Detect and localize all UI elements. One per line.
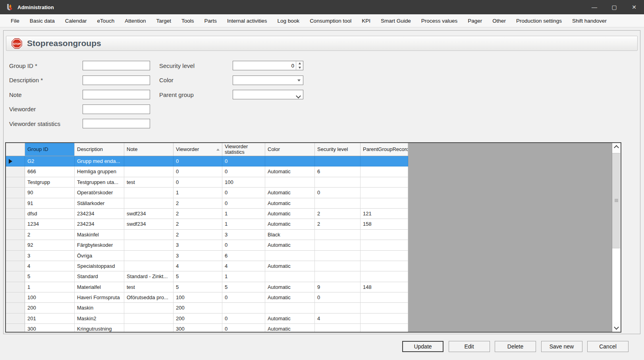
grid-cell[interactable] xyxy=(315,303,361,313)
grid-cell[interactable]: Automatic xyxy=(265,188,315,198)
grid-cell[interactable]: Automatic xyxy=(265,261,315,271)
grid-cell[interactable] xyxy=(124,166,174,177)
menu-item-parts[interactable]: Parts xyxy=(199,18,222,24)
grid-row[interactable]: 91Ställarkoder20Automatic xyxy=(6,198,408,209)
grid-cell[interactable]: Standard xyxy=(75,271,124,282)
input-color[interactable] xyxy=(233,75,303,85)
grid-cell[interactable]: Automatic xyxy=(265,240,315,250)
scroll-up-icon[interactable] xyxy=(612,143,620,152)
grid-row[interactable]: 200Maskin200 xyxy=(6,303,408,313)
grid-cell[interactable]: 4 xyxy=(25,261,75,271)
grid-cell[interactable] xyxy=(222,303,265,313)
grid-row[interactable]: 3Övriga36 xyxy=(6,251,408,261)
grid-cell[interactable]: 0 xyxy=(222,188,265,198)
grid-cell[interactable] xyxy=(361,271,408,282)
grid-cell[interactable]: 5 xyxy=(25,271,75,282)
grid-cell[interactable] xyxy=(265,251,315,261)
grid-cell[interactable]: Automatic xyxy=(265,314,315,324)
grid-cell[interactable]: 2 xyxy=(174,230,222,240)
close-button[interactable]: ✕ xyxy=(624,0,644,14)
column-header-group-id[interactable]: Group ID xyxy=(25,143,75,156)
grid-cell[interactable]: Oförutsedda pro... xyxy=(124,292,174,303)
update-button[interactable]: Update xyxy=(402,341,443,352)
menu-item-production-settings[interactable]: Production settings xyxy=(511,18,567,24)
grid-cell[interactable]: 121 xyxy=(361,209,408,219)
maximize-button[interactable]: ▢ xyxy=(604,0,624,14)
grid-cell[interactable]: 91 xyxy=(25,198,75,209)
grid-cell[interactable]: 0 xyxy=(174,166,222,177)
grid-cell[interactable]: Automatic xyxy=(265,324,315,333)
grid-cell[interactable] xyxy=(315,156,361,166)
grid-cell[interactable]: swdf234 xyxy=(124,209,174,219)
grid-cell[interactable]: 1 xyxy=(222,271,265,282)
grid-cell[interactable]: Maskin xyxy=(75,303,124,313)
row-selector-header[interactable] xyxy=(6,143,25,156)
grid-cell[interactable] xyxy=(315,271,361,282)
row-selector-cell[interactable] xyxy=(6,282,25,292)
grid-cell[interactable]: Kringutrustning xyxy=(75,324,124,333)
grid-cell[interactable]: 2 xyxy=(174,209,222,219)
grid-cell[interactable]: Automatic xyxy=(265,209,315,219)
grid-cell[interactable]: 1 xyxy=(222,209,265,219)
grid-cell[interactable]: 0 xyxy=(222,240,265,250)
grid-cell[interactable]: 2 xyxy=(315,219,361,229)
row-selector-cell[interactable] xyxy=(6,198,25,209)
spin-up-icon[interactable] xyxy=(296,61,303,66)
grid-cell[interactable] xyxy=(124,156,174,166)
grid-cell[interactable]: Automatic xyxy=(265,166,315,177)
input-parent-group[interactable] xyxy=(233,90,303,99)
row-selector-cell[interactable] xyxy=(6,261,25,271)
grid-cell[interactable]: 0 xyxy=(222,292,265,303)
row-selector-cell[interactable] xyxy=(6,188,25,198)
grid-cell[interactable]: Automatic xyxy=(265,219,315,229)
grid-cell[interactable]: 100 xyxy=(222,177,265,188)
grid-cell[interactable] xyxy=(124,324,174,333)
grid-cell[interactable] xyxy=(265,271,315,282)
column-header-vieworder[interactable]: Vieworder xyxy=(174,143,222,156)
menu-item-shift-handover[interactable]: Shift handover xyxy=(567,18,612,24)
grid-cell[interactable] xyxy=(361,251,408,261)
grid-row[interactable]: 100Haveri FormsprutaOförutsedda pro...10… xyxy=(6,292,408,303)
grid-row[interactable]: 4Specialstoppasd44Automatic xyxy=(6,261,408,271)
row-selector-cell[interactable] xyxy=(6,303,25,313)
minimize-button[interactable]: — xyxy=(584,0,604,14)
menu-item-basic-data[interactable]: Basic data xyxy=(25,18,60,24)
input-note[interactable] xyxy=(83,90,150,99)
grid-cell[interactable]: 3 xyxy=(174,240,222,250)
grid-row[interactable]: 666Hemliga gruppen00Automatic6 xyxy=(6,166,408,177)
grid-row[interactable]: 201Maskin22000Automatic4 xyxy=(6,314,408,324)
grid-cell[interactable]: 2 xyxy=(315,209,361,219)
grid-row[interactable]: 5StandardStandard - Zinkt...51 xyxy=(6,271,408,282)
grid-cell[interactable]: 0 xyxy=(222,324,265,333)
grid-cell[interactable]: Automatic xyxy=(265,198,315,209)
grid-cell[interactable]: 4 xyxy=(222,261,265,271)
grid-cell[interactable] xyxy=(265,177,315,188)
grid-cell[interactable] xyxy=(315,261,361,271)
grid-cell[interactable]: Färgbyteskoder xyxy=(75,240,124,250)
grid-cell[interactable]: 300 xyxy=(174,324,222,333)
menu-item-calendar[interactable]: Calendar xyxy=(60,18,92,24)
grid-cell[interactable] xyxy=(315,177,361,188)
menu-item-pager[interactable]: Pager xyxy=(463,18,487,24)
menu-item-internal-activities[interactable]: Internal activities xyxy=(222,18,272,24)
row-selector-cell[interactable] xyxy=(6,230,25,240)
cancel-button[interactable]: Cancel xyxy=(587,341,629,352)
grid-cell[interactable]: Testgruppen uta... xyxy=(75,177,124,188)
menu-item-target[interactable]: Target xyxy=(151,18,176,24)
row-selector-cell[interactable] xyxy=(6,156,25,166)
grid-cell[interactable]: Specialstoppasd xyxy=(75,261,124,271)
grid-cell[interactable] xyxy=(124,303,174,313)
grid-cell[interactable]: 200 xyxy=(174,303,222,313)
menu-item-file[interactable]: File xyxy=(6,18,25,24)
grid-row[interactable]: 92Färgbyteskoder30Automatic xyxy=(6,240,408,250)
grid-cell[interactable] xyxy=(265,303,315,313)
input-vieworder[interactable] xyxy=(83,105,150,114)
grid-cell[interactable]: 2 xyxy=(174,198,222,209)
grid-cell[interactable] xyxy=(315,240,361,250)
grid-cell[interactable] xyxy=(361,177,408,188)
input-group-id[interactable] xyxy=(83,61,150,70)
grid-cell[interactable]: 3 xyxy=(25,251,75,261)
column-header-color[interactable]: Color xyxy=(265,143,315,156)
grid-cell[interactable]: 5 xyxy=(174,271,222,282)
grid-cell[interactable] xyxy=(361,188,408,198)
